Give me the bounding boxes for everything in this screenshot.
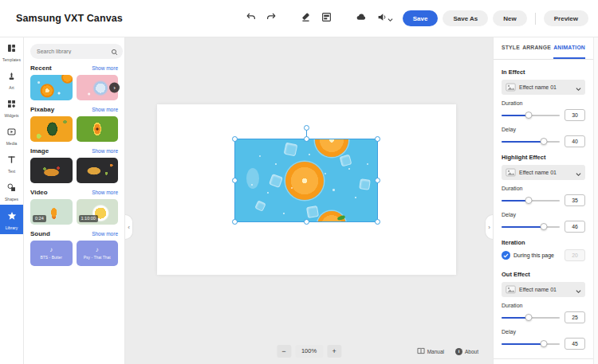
duration-value[interactable]: 25	[565, 311, 585, 323]
selection-handle-s[interactable]	[304, 219, 309, 225]
delay-slider[interactable]	[502, 223, 560, 231]
design-canvas[interactable]	[157, 104, 456, 275]
storyboard-button[interactable]	[320, 10, 333, 26]
sidebar-item-shapes[interactable]: Shapes	[0, 177, 23, 205]
manual-label: Manual	[427, 349, 444, 354]
droplet	[283, 213, 285, 214]
in-effect-label: In Effect	[502, 68, 585, 76]
scrollbar[interactable]	[593, 37, 598, 364]
thumbnail-video-1[interactable]: 0:24	[30, 199, 73, 225]
selection-handle-e[interactable]	[375, 178, 380, 183]
sidebar-item-templates[interactable]: Templates	[0, 37, 23, 65]
tab-style[interactable]: STYLE	[502, 37, 520, 59]
highlight-effect-select[interactable]: Effect name 01	[502, 165, 585, 180]
duration-label: Duration	[502, 100, 585, 106]
duration-value[interactable]: 35	[565, 194, 585, 206]
selection-handle-n[interactable]	[304, 136, 309, 142]
widgets-icon	[7, 97, 16, 112]
sound-tile-2[interactable]: ♪ Psy - That That	[77, 241, 119, 266]
delay-slider[interactable]	[502, 138, 560, 146]
duration-label: Duration	[502, 303, 585, 308]
collapse-left-panel-button[interactable]: ‹	[125, 214, 133, 240]
new-button[interactable]: New	[493, 10, 526, 26]
sidebar-item-art[interactable]: Art	[0, 65, 23, 93]
thumbnail-pixabay-1[interactable]	[30, 116, 73, 142]
volume-icon	[377, 12, 388, 25]
chevron-down-icon	[576, 80, 581, 95]
about-link[interactable]: i About	[455, 348, 478, 355]
show-more-link[interactable]: Show more	[92, 148, 118, 154]
divider	[535, 13, 536, 25]
duration-slider[interactable]	[502, 197, 560, 205]
delay-slider[interactable]	[502, 340, 560, 348]
undo-button[interactable]	[244, 10, 258, 26]
shapes-icon	[7, 181, 16, 195]
main-area: Templates Art Widgets Media Text Shapes	[0, 37, 598, 364]
delay-value[interactable]: 45	[565, 338, 585, 350]
duration-slider[interactable]	[502, 314, 560, 322]
chevron-down-icon	[388, 13, 393, 25]
iteration-option-label[interactable]: During this page	[513, 252, 561, 258]
delay-value[interactable]: 46	[565, 221, 585, 233]
duration-value[interactable]: 30	[565, 109, 585, 121]
selection-handle-w[interactable]	[232, 178, 238, 183]
redo-button[interactable]	[265, 10, 278, 26]
ice-cube	[254, 200, 266, 212]
sidebar-item-text[interactable]: Text	[0, 149, 23, 177]
sidebar-item-library[interactable]: Library	[0, 205, 23, 234]
help-bar: Manual i About	[417, 347, 478, 355]
tab-animation[interactable]: ANIMATION	[553, 37, 585, 59]
animated-items-button[interactable]: Animated Items	[502, 359, 585, 364]
thumbnail-video-2[interactable]: 1:10:00	[77, 199, 119, 225]
collapse-right-panel-button[interactable]: ›	[485, 214, 493, 240]
volume-button[interactable]	[376, 10, 395, 26]
selection-handle-ne[interactable]	[375, 136, 380, 142]
app-title: Samsung VXT Canvas	[16, 13, 123, 24]
preview-button[interactable]: Preview	[544, 10, 588, 26]
iteration-checkbox[interactable]	[502, 251, 510, 260]
orange-slice	[285, 162, 324, 200]
carousel-next-button[interactable]: ›	[109, 83, 120, 93]
duration-label: Duration	[502, 186, 585, 191]
show-more-link[interactable]: Show more	[92, 65, 118, 71]
thumbnail-recent-1[interactable]	[30, 75, 73, 100]
manual-link[interactable]: Manual	[417, 347, 444, 355]
canvas-workspace: ‹ › − 100% + Manual i About	[125, 37, 493, 364]
section-title: Video	[30, 189, 48, 196]
book-icon	[417, 347, 425, 355]
thumbnail-pixabay-2[interactable]	[77, 116, 119, 142]
selected-image[interactable]	[235, 139, 377, 221]
section-title: Pixabay	[30, 106, 54, 113]
ice-cube	[340, 155, 352, 167]
inspector-panel: STYLE ARRANGE ANIMATION In Effect Effect…	[493, 37, 598, 364]
out-effect-select[interactable]: Effect name 01	[502, 282, 585, 297]
storyboard-icon	[321, 12, 332, 25]
zoom-in-button[interactable]: +	[327, 345, 341, 358]
save-button[interactable]: Save	[403, 10, 439, 26]
thumbnail-image-1[interactable]	[30, 158, 73, 183]
templates-icon	[7, 41, 16, 56]
show-more-link[interactable]: Show more	[92, 190, 118, 195]
selection-handle-nw[interactable]	[232, 136, 238, 142]
selection-handle-sw[interactable]	[232, 219, 238, 225]
rotation-handle[interactable]	[304, 125, 309, 131]
sidebar-item-widgets[interactable]: Widgets	[0, 93, 23, 121]
in-effect-select[interactable]: Effect name 01	[502, 80, 585, 95]
orange-slice	[315, 139, 348, 157]
ice-cube	[359, 178, 371, 190]
show-more-link[interactable]: Show more	[92, 107, 118, 112]
cloud-button[interactable]	[354, 10, 368, 26]
sound-tile-1[interactable]: ♪ BTS - Butter	[30, 241, 73, 266]
search-input[interactable]	[35, 48, 111, 55]
eraser-button[interactable]	[299, 10, 313, 26]
delay-value[interactable]: 40	[565, 135, 585, 147]
show-more-link[interactable]: Show more	[92, 231, 118, 237]
sidebar-item-media[interactable]: Media	[0, 121, 23, 149]
zoom-out-button[interactable]: −	[277, 345, 291, 358]
duration-slider[interactable]	[502, 112, 560, 119]
thumbnail-image-2[interactable]	[77, 158, 119, 183]
tab-arrange[interactable]: ARRANGE	[522, 37, 551, 59]
selection-handle-se[interactable]	[375, 219, 380, 225]
save-as-button[interactable]: Save As	[443, 10, 488, 26]
effect-name: Effect name 01	[519, 84, 572, 90]
